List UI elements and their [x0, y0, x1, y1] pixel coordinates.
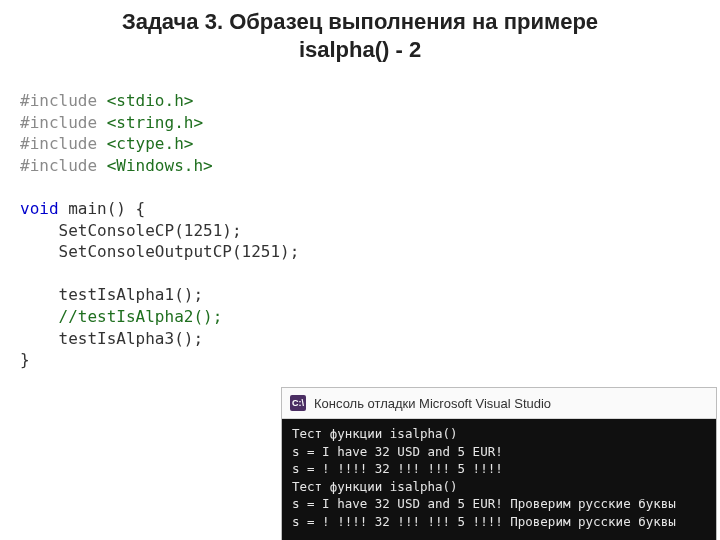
console-line: Тест функции isalpha(): [292, 479, 458, 494]
code-include: #include: [20, 134, 97, 153]
code-include: #include: [20, 91, 97, 110]
code-main-sig: main() {: [59, 199, 146, 218]
console-window: C:\ Консоль отладки Microsoft Visual Stu…: [282, 388, 716, 540]
code-include: #include: [20, 156, 97, 175]
code-include-header: <stdio.h>: [107, 91, 194, 110]
code-line: testIsAlpha1();: [20, 285, 203, 304]
code-line: SetConsoleCP(1251);: [20, 221, 242, 240]
console-line: s = ! !!!! 32 !!! !!! 5 !!!! Проверим ру…: [292, 514, 676, 529]
code-block: #include <stdio.h> #include <string.h> #…: [20, 90, 299, 371]
console-line: Тест функции isalpha(): [292, 426, 458, 441]
code-include-header: <string.h>: [107, 113, 203, 132]
code-line: testIsAlpha3();: [20, 329, 203, 348]
slide-title: Задача 3. Образец выполнения на примере …: [0, 8, 720, 63]
console-line: s = I have 32 USD and 5 EUR!: [292, 444, 503, 459]
slide-title-line1: Задача 3. Образец выполнения на примере: [122, 9, 598, 34]
code-include-header: <ctype.h>: [107, 134, 194, 153]
code-line: }: [20, 350, 30, 369]
console-title: Консоль отладки Microsoft Visual Studio: [314, 396, 551, 411]
code-keyword-void: void: [20, 199, 59, 218]
code-comment-line: //testIsAlpha2();: [20, 307, 222, 326]
console-line: s = ! !!!! 32 !!! !!! 5 !!!!: [292, 461, 503, 476]
console-line: s = I have 32 USD and 5 EUR! Проверим ру…: [292, 496, 676, 511]
code-line: SetConsoleOutputCP(1251);: [20, 242, 299, 261]
console-titlebar: C:\ Консоль отладки Microsoft Visual Stu…: [282, 388, 716, 419]
slide-title-line2: isalpha() - 2: [299, 37, 421, 62]
code-include: #include: [20, 113, 97, 132]
console-icon: C:\: [290, 395, 306, 411]
code-include-header: <Windows.h>: [107, 156, 213, 175]
console-output: Тест функции isalpha() s = I have 32 USD…: [282, 419, 716, 540]
